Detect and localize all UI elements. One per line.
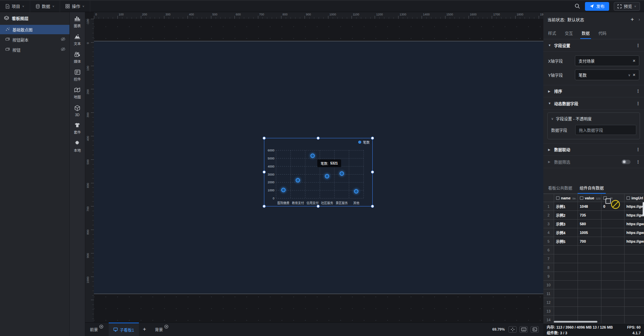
cell-value[interactable]: 1005 — [578, 228, 601, 237]
dock-item-地图[interactable]: 地图 — [70, 87, 85, 99]
cell-c3[interactable] — [601, 281, 624, 289]
resize-handle[interactable] — [263, 137, 266, 140]
cell-value[interactable] — [578, 307, 601, 316]
cell-name[interactable]: 示例2 — [554, 211, 578, 220]
layer-item-0[interactable]: 基础散点图 — [0, 25, 69, 34]
chevron-right-icon[interactable]: › — [638, 17, 640, 22]
section-field-settings[interactable]: ▼ 字段设置 ⋮ — [543, 39, 644, 52]
clear-icon[interactable]: ✕ — [633, 59, 636, 63]
cell-value[interactable] — [578, 254, 601, 263]
clear-icon[interactable]: ✕ — [633, 73, 636, 77]
tab-sub-board[interactable]: 子看板1 — [109, 323, 139, 336]
cell-c3[interactable] — [601, 211, 624, 220]
cell-c3[interactable] — [601, 316, 624, 324]
kebab-menu-icon[interactable]: ⋮ — [636, 103, 639, 104]
dock-item-控件[interactable]: 控件 — [70, 69, 85, 82]
cell-c3[interactable] — [601, 289, 624, 298]
kebab-menu-icon[interactable]: ⋮ — [636, 45, 639, 46]
cell-imgurl[interactable]: https://gw — [624, 228, 644, 237]
layer-item-1[interactable]: 按钮副本 — [0, 35, 69, 44]
cell-name[interactable]: 示例3 — [554, 220, 578, 228]
cell-value[interactable] — [578, 246, 601, 254]
kebab-menu-icon[interactable]: ⋮ — [636, 90, 639, 92]
cell-c3[interactable] — [601, 272, 624, 281]
cell-name[interactable] — [554, 307, 578, 316]
cell-value[interactable]: 735 — [578, 211, 601, 220]
vertical-scrollbar[interactable] — [643, 202, 644, 216]
cell-c3[interactable] — [601, 254, 624, 263]
column-checkbox[interactable] — [556, 196, 559, 200]
preview-button[interactable]: 预览 ∨ — [614, 2, 640, 11]
dock-item-套件[interactable]: 套件 — [70, 123, 85, 135]
cell-value[interactable] — [578, 263, 601, 272]
cell-name[interactable] — [554, 246, 578, 254]
section-sort[interactable]: ▶ 排序 ⋮ — [543, 85, 644, 97]
cell-name[interactable]: 示例5 — [554, 237, 578, 246]
add-board-button[interactable]: + — [139, 323, 150, 336]
data-tab-看板公共数据[interactable]: 看板公共数据 — [548, 185, 572, 193]
cell-c3[interactable] — [601, 263, 624, 272]
cell-imgurl[interactable] — [624, 246, 644, 254]
column-checkbox[interactable] — [580, 196, 583, 200]
menu-project[interactable]: 项目 ∨ — [0, 1, 30, 12]
y-field-select[interactable]: 笔数 ∨ ✕ — [575, 69, 639, 80]
console-button[interactable] — [531, 326, 539, 333]
cell-imgurl[interactable]: https://gw — [624, 237, 644, 246]
cell-imgurl[interactable] — [624, 298, 644, 307]
cell-imgurl[interactable]: https://gw — [624, 211, 644, 220]
cell-imgurl[interactable]: https://gw — [624, 220, 644, 228]
cell-c3[interactable] — [601, 298, 624, 307]
search-icon[interactable] — [575, 3, 580, 9]
cell-value[interactable]: 580 — [578, 220, 601, 228]
cell-name[interactable] — [554, 289, 578, 298]
cell-name[interactable]: 示例4 — [554, 228, 578, 237]
cell-imgurl[interactable] — [624, 281, 644, 289]
section-data-link[interactable]: ▶ 数据联动 ⋮ — [543, 143, 644, 156]
shortcut-keys-button[interactable] — [520, 326, 528, 333]
cell-value[interactable] — [578, 281, 601, 289]
cell-imgurl[interactable] — [624, 316, 644, 324]
cell-imgurl[interactable] — [624, 289, 644, 298]
cell-c3[interactable] — [601, 246, 624, 254]
cell-value[interactable] — [578, 289, 601, 298]
dock-item-图表[interactable]: 图表 — [70, 15, 85, 28]
chevron-down-icon[interactable]: ∨ — [628, 73, 630, 77]
add-state-button[interactable]: + — [629, 16, 636, 23]
cell-imgurl[interactable] — [624, 254, 644, 263]
kebab-menu-icon[interactable]: ⋮ — [636, 149, 639, 150]
publish-button[interactable]: 发布 — [585, 2, 609, 11]
cell-name[interactable]: 示例1 — [554, 202, 578, 211]
cell-c3[interactable] — [601, 220, 624, 228]
dock-item-文本[interactable]: 文本 — [70, 34, 85, 46]
tab-foreground[interactable]: 前景 — [85, 323, 109, 336]
resize-handle[interactable] — [263, 171, 266, 174]
menu-actions[interactable]: 操作 ∨ — [60, 1, 90, 12]
cell-c3[interactable] — [601, 228, 624, 237]
cell-imgurl[interactable]: https://gw — [624, 202, 644, 211]
cell-value[interactable]: 700 — [578, 237, 601, 246]
cell-c3[interactable] — [601, 237, 624, 246]
resize-handle[interactable] — [371, 205, 374, 208]
resize-handle[interactable] — [263, 205, 266, 208]
inspector-tab-样式[interactable]: 样式 — [548, 30, 556, 39]
data-tab-组件自有数据[interactable]: 组件自有数据 — [580, 185, 604, 193]
data-field-dropzone[interactable]: 拖入数据字段 — [575, 125, 636, 135]
tab-background[interactable]: 背景 — [150, 323, 174, 336]
resize-handle[interactable] — [317, 137, 320, 140]
resize-handle[interactable] — [317, 205, 320, 208]
resize-handle[interactable] — [371, 137, 374, 140]
cell-name[interactable] — [554, 281, 578, 289]
zoom-percent[interactable]: 69.79% — [492, 327, 505, 331]
cell-value[interactable]: 1048 — [578, 202, 601, 211]
opacity-box-header[interactable]: ∨ 字段设置 - 不透明度 — [551, 116, 636, 122]
column-checkbox[interactable] — [627, 196, 630, 200]
cell-name[interactable] — [554, 263, 578, 272]
x-field-input[interactable]: 支付场景 ✕ — [575, 55, 639, 66]
cell-name[interactable] — [554, 298, 578, 307]
horizontal-scrollbar[interactable] — [554, 321, 597, 323]
cell-imgurl[interactable] — [624, 272, 644, 281]
dock-item-3D[interactable]: 3D — [70, 105, 85, 117]
section-dynamic-fields[interactable]: ▼ 动态数据字段 ⋮ — [543, 97, 644, 110]
scatter-chart-component[interactable]: 笔数 0100020003000400050006000医院缴费教育支付信用支付… — [264, 138, 373, 206]
column-header-name[interactable]: nameStr. — [554, 194, 578, 202]
